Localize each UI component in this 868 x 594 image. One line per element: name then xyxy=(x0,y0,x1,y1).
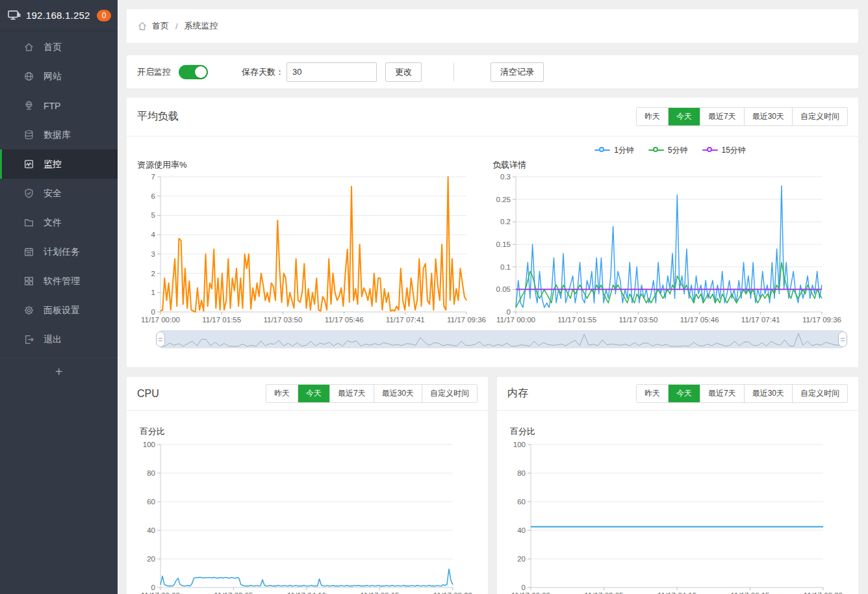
cpu-time-filter: 昨天 今天 最近7天 最近30天 自定义时间 xyxy=(266,384,478,403)
filter-7days[interactable]: 最近7天 xyxy=(700,385,744,402)
load-panel: 平均负载 昨天 今天 最近7天 最近30天 自定义时间 资源使用率% 01234… xyxy=(127,97,858,367)
zoom-handle-left[interactable] xyxy=(156,331,165,347)
memory-panel: 内存 昨天 今天 最近7天 最近30天 自定义时间 百分比 0204060801… xyxy=(497,377,858,594)
svg-text:11/17 09:36: 11/17 09:36 xyxy=(802,316,841,324)
calendar-icon xyxy=(23,246,34,257)
memory-panel-body: 百分比 02040608010011/17 00:0011/17 02:0511… xyxy=(497,411,858,594)
change-button[interactable]: 更改 xyxy=(385,62,422,82)
sidebar-item-cron[interactable]: 计划任务 xyxy=(0,237,118,266)
svg-text:11/17 08:20: 11/17 08:20 xyxy=(804,591,843,594)
monitor-controls: 开启监控 保存天数： 更改 清空记录 xyxy=(127,55,858,88)
filter-yesterday[interactable]: 昨天 xyxy=(637,108,668,125)
svg-text:11/17 00:00: 11/17 00:00 xyxy=(141,591,180,594)
cpu-panel-title: CPU xyxy=(137,388,159,400)
add-menu-button[interactable]: + xyxy=(0,357,118,386)
svg-text:6: 6 xyxy=(151,192,155,200)
svg-text:11/17 05:46: 11/17 05:46 xyxy=(325,316,364,324)
filter-custom[interactable]: 自定义时间 xyxy=(422,385,477,402)
svg-text:60: 60 xyxy=(517,498,526,506)
sidebar-item-label: 监控 xyxy=(44,159,62,170)
filter-custom[interactable]: 自定义时间 xyxy=(792,385,847,402)
sidebar-item-monitor[interactable]: 监控 xyxy=(0,149,118,179)
legend-item-15min[interactable]: 15分钟 xyxy=(702,145,746,156)
sidebar-item-label: FTP xyxy=(44,101,60,111)
svg-text:11/17 05:46: 11/17 05:46 xyxy=(680,316,719,324)
sidebar-item-database[interactable]: 数据库 xyxy=(0,120,118,149)
svg-text:11/17 03:50: 11/17 03:50 xyxy=(619,316,657,324)
bottom-panels: CPU 昨天 今天 最近7天 最近30天 自定义时间 百分比 020406080… xyxy=(127,377,858,594)
filter-7days[interactable]: 最近7天 xyxy=(700,108,744,125)
sidebar-item-label: 面板设置 xyxy=(44,305,80,316)
sidebar-item-settings[interactable]: 面板设置 xyxy=(0,296,118,325)
resource-usage-chart: 0123456711/17 00:0011/17 01:5511/17 03:5… xyxy=(137,172,489,326)
cpu-chart-title: 百分比 xyxy=(140,425,478,438)
svg-text:100: 100 xyxy=(513,441,526,448)
svg-text:3: 3 xyxy=(151,250,155,258)
sidebar-item-label: 首页 xyxy=(44,42,62,53)
monitor-toggle[interactable] xyxy=(179,65,208,79)
load-legend: 1分钟 5分钟 15分钟 xyxy=(492,142,848,159)
filter-today[interactable]: 今天 xyxy=(668,385,700,402)
filter-today[interactable]: 今天 xyxy=(298,385,329,402)
save-days-input[interactable] xyxy=(287,62,377,82)
sidebar-item-home[interactable]: 首页 xyxy=(0,32,118,62)
breadcrumb-home-link[interactable]: 首页 xyxy=(152,20,169,32)
filter-30days[interactable]: 最近30天 xyxy=(744,385,792,402)
memory-chart: 02040608010011/17 00:0011/17 02:0511/17 … xyxy=(507,439,845,594)
filter-today[interactable]: 今天 xyxy=(668,108,700,125)
load-detail-chart: 00.050.10.150.20.250.311/17 00:0011/17 0… xyxy=(492,172,844,326)
logout-icon xyxy=(23,334,34,345)
legend-marker-15min xyxy=(702,147,718,153)
svg-text:4: 4 xyxy=(151,231,156,239)
load-panel-body: 资源使用率% 0123456711/17 00:0011/17 01:5511/… xyxy=(127,136,858,348)
filter-30days[interactable]: 最近30天 xyxy=(374,385,422,402)
svg-text:0.1: 0.1 xyxy=(500,263,511,271)
save-days-label: 保存天数： xyxy=(242,66,284,78)
svg-text:5: 5 xyxy=(151,211,155,219)
home-icon xyxy=(23,42,34,53)
clear-records-button[interactable]: 清空记录 xyxy=(491,62,544,82)
svg-text:11/17 00:00: 11/17 00:00 xyxy=(511,591,550,594)
shield-check-icon xyxy=(23,188,34,199)
memory-panel-title: 内存 xyxy=(507,387,528,400)
filter-yesterday[interactable]: 昨天 xyxy=(637,385,668,402)
load-detail-chart-title: 负载详情 xyxy=(492,159,848,172)
filter-yesterday[interactable]: 昨天 xyxy=(266,385,298,402)
sidebar-item-sites[interactable]: 网站 xyxy=(0,62,118,91)
svg-text:11/17 02:05: 11/17 02:05 xyxy=(585,591,624,594)
sidebar-item-security[interactable]: 安全 xyxy=(0,179,118,208)
sidebar-item-ftp[interactable]: FTP xyxy=(0,91,118,120)
sidebar-item-label: 安全 xyxy=(44,188,62,200)
filter-custom[interactable]: 自定义时间 xyxy=(792,108,847,125)
load-panel-header: 平均负载 昨天 今天 最近7天 最近30天 自定义时间 xyxy=(127,97,858,136)
sidebar-item-files[interactable]: 文件 xyxy=(0,208,118,237)
cpu-panel-header: CPU 昨天 今天 最近7天 最近30天 自定义时间 xyxy=(127,377,488,411)
svg-text:2: 2 xyxy=(151,270,155,278)
breadcrumb: 首页 / 系统监控 xyxy=(127,9,858,43)
filter-7days[interactable]: 最近7天 xyxy=(329,385,374,402)
home-icon xyxy=(137,21,152,31)
svg-text:0: 0 xyxy=(522,584,526,591)
svg-text:0.25: 0.25 xyxy=(496,196,511,203)
sidebar-item-software[interactable]: 软件管理 xyxy=(0,266,118,296)
svg-text:0.15: 0.15 xyxy=(496,240,511,248)
sidebar-menu: 首页 网站 FTP 数据库 xyxy=(0,31,118,386)
svg-text:40: 40 xyxy=(147,526,155,534)
cpu-chart: 02040608010011/17 00:0011/17 02:0511/17 … xyxy=(137,439,475,594)
zoom-handle-right[interactable] xyxy=(838,331,847,347)
filter-30days[interactable]: 最近30天 xyxy=(744,108,792,125)
svg-text:60: 60 xyxy=(147,498,155,506)
sidebar-item-label: 网站 xyxy=(44,71,62,83)
svg-text:0.2: 0.2 xyxy=(500,218,511,226)
sidebar-item-logout[interactable]: 退出 xyxy=(0,325,118,354)
datazoom-slider[interactable] xyxy=(160,330,843,348)
legend-item-1min[interactable]: 1分钟 xyxy=(594,145,634,156)
legend-item-5min[interactable]: 5分钟 xyxy=(648,145,688,156)
svg-text:11/17 03:50: 11/17 03:50 xyxy=(263,316,302,324)
sidebar-logo[interactable]: 192.168.1.252 0 xyxy=(0,0,118,31)
svg-text:11/17 01:55: 11/17 01:55 xyxy=(557,316,596,324)
message-count-badge[interactable]: 0 xyxy=(97,10,111,21)
divider xyxy=(453,63,454,81)
legend-label-1min: 1分钟 xyxy=(614,145,634,156)
gear-icon xyxy=(23,305,34,316)
